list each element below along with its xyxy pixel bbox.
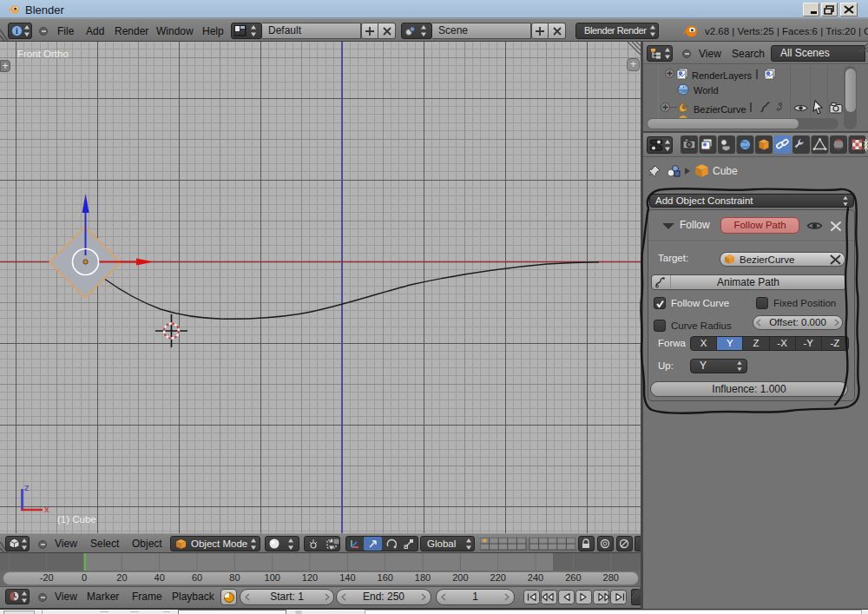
svg-text:z: z bbox=[24, 482, 30, 492]
svg-text:i: i bbox=[16, 26, 18, 36]
svg-text:x: x bbox=[44, 504, 49, 514]
